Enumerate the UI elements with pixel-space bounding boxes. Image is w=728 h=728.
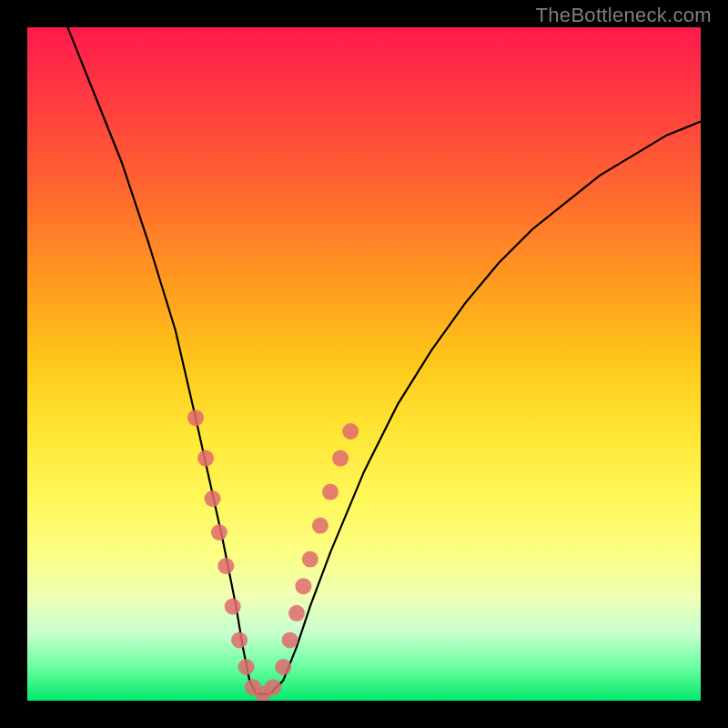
watermark-text: TheBottleneck.com (536, 4, 712, 27)
data-marker (217, 558, 234, 574)
curve-layer (27, 27, 701, 701)
data-marker (302, 551, 318, 568)
data-marker (225, 598, 241, 614)
data-marker (231, 632, 248, 648)
data-marker (205, 490, 221, 507)
data-marker (322, 484, 339, 500)
data-marker (187, 410, 204, 426)
chart-frame: TheBottleneck.com (0, 0, 728, 728)
data-marker (265, 679, 281, 695)
data-marker (282, 632, 298, 648)
data-marker (295, 578, 311, 594)
data-marker (312, 518, 329, 534)
data-marker (288, 605, 305, 622)
data-marker (332, 450, 349, 467)
data-marker (275, 659, 291, 675)
plot-area (27, 27, 701, 701)
data-markers-group (187, 410, 359, 701)
bottleneck-curve (67, 27, 701, 694)
data-marker (238, 659, 255, 675)
data-marker (342, 423, 359, 440)
data-marker (197, 450, 214, 467)
data-marker (211, 524, 228, 541)
